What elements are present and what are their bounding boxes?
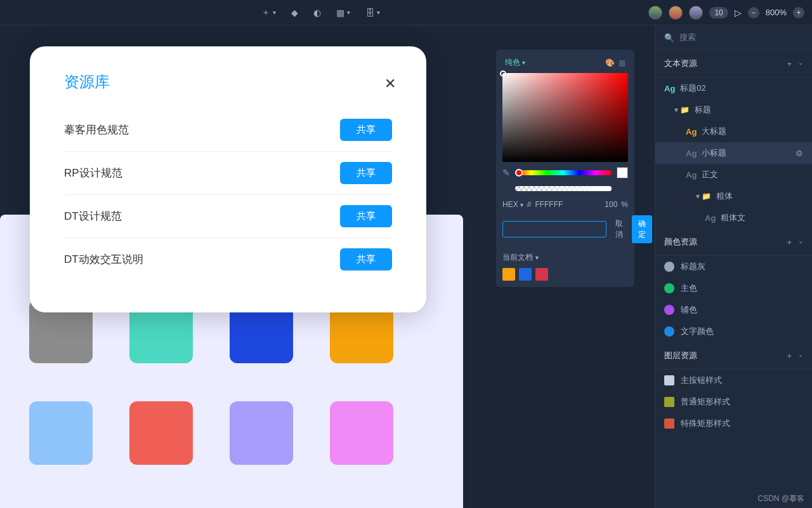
color-mode-select[interactable]: 纯色 ▾ <box>505 57 525 68</box>
main: 资源库 ✕ 摹客用色规范 共享 RP设计规范 共享 DT设计规范 共享 DT动效… <box>0 25 812 508</box>
hex-row: HEX ▾ # FFFFFF 100 % <box>502 200 628 209</box>
search-placeholder: 搜索 <box>679 32 696 43</box>
play-icon[interactable]: ▷ <box>735 8 742 18</box>
chevron-down-icon[interactable]: ⌄ <box>798 59 803 69</box>
alpha-slider[interactable] <box>515 186 612 191</box>
contrast-tool[interactable]: ◐ <box>313 8 321 18</box>
percent-label: % <box>621 200 628 209</box>
share-button[interactable]: 共享 <box>340 162 392 184</box>
add-tool[interactable]: ＋ ▾ <box>261 7 276 18</box>
color-field[interactable] <box>502 73 628 162</box>
color-picker-handle[interactable] <box>500 70 506 77</box>
chevron-down-icon[interactable]: ⌄ <box>798 237 803 247</box>
color-section-head[interactable]: 颜色资源 +⌄ <box>655 229 812 256</box>
layer-resource-item[interactable]: 普通矩形样式 <box>655 391 812 413</box>
library-item: 摹客用色规范 共享 <box>64 109 392 152</box>
doc-swatches <box>502 268 628 281</box>
swatch[interactable] <box>29 401 93 465</box>
diamond-tool[interactable]: ◆ <box>291 8 298 18</box>
layer-resource-item[interactable]: 主按钮样式 <box>655 370 812 391</box>
search-row[interactable]: 🔍 搜索 <box>655 25 812 50</box>
topbar-tools: ＋ ▾ ◆ ◐ ▦ ▾ 🗄 ▾ <box>261 7 380 18</box>
color-resource-item[interactable]: 主色 <box>655 277 812 299</box>
layer-section-head[interactable]: 图层资源 +⌄ <box>655 342 812 370</box>
library-item-name: DT设计规范 <box>64 209 122 224</box>
library-item-name: RP设计规范 <box>64 166 122 180</box>
text-style-item[interactable]: Ag大标题 <box>655 121 812 142</box>
hue-handle[interactable] <box>515 169 523 177</box>
share-button[interactable]: 共享 <box>340 119 392 141</box>
topbar-right: 10 ▷ − 800% + <box>648 6 804 20</box>
text-style-item-selected[interactable]: Ag小标题⚙ <box>655 142 812 164</box>
add-icon[interactable]: + <box>787 351 792 361</box>
text-section-head[interactable]: 文本资源 +⌄ <box>655 50 812 77</box>
text-style-item[interactable]: Ag标题02 <box>655 77 812 99</box>
library-item: DT设计规范 共享 <box>64 195 392 238</box>
color-resource-item[interactable]: 标题灰 <box>655 256 812 277</box>
search-icon: 🔍 <box>664 33 674 43</box>
doc-swatch[interactable] <box>519 268 532 281</box>
color-picker-panel: 纯色 ▾ 🎨 ▦ ✎ ✎ HEX ▾ # <box>496 50 634 287</box>
library-modal: 资源库 ✕ 摹客用色规范 共享 RP设计规范 共享 DT设计规范 共享 DT动效… <box>30 46 426 312</box>
library-item: RP设计规范 共享 <box>64 152 392 195</box>
zoom-in-button[interactable]: + <box>793 7 804 18</box>
swatch[interactable] <box>129 401 193 465</box>
text-folder[interactable]: ▾ 📁标题 <box>655 99 812 121</box>
library-item: DT动效交互说明 共享 <box>64 238 392 281</box>
chevron-down-icon[interactable]: ⌄ <box>798 351 803 361</box>
doc-swatch[interactable] <box>535 268 548 281</box>
text-folder[interactable]: ▾ 📁粗体 <box>655 185 812 207</box>
text-section-label: 文本资源 <box>664 58 697 69</box>
settings-icon[interactable]: ⚙ <box>796 149 803 158</box>
add-icon[interactable]: + <box>787 237 792 247</box>
layer-resource-item[interactable]: 特殊矩形样式 <box>655 413 812 434</box>
avatar-1[interactable] <box>648 6 662 20</box>
modal-list: 摹客用色规范 共享 RP设计规范 共享 DT设计规范 共享 DT动效交互说明 共… <box>64 109 392 281</box>
avatar-3[interactable] <box>689 6 703 20</box>
text-style-item[interactable]: Ag正文 <box>655 164 812 185</box>
layer-tool[interactable]: ▦ ▾ <box>336 8 350 18</box>
color-preview <box>617 167 628 178</box>
color-section-label: 颜色资源 <box>664 236 697 248</box>
swatch[interactable] <box>230 401 293 465</box>
text-style-item[interactable]: Ag粗体文 <box>655 207 812 229</box>
ok-button[interactable]: 确定 <box>632 215 652 243</box>
color-name-row: 取消 确定 <box>502 215 628 243</box>
hue-slider[interactable] <box>515 170 612 175</box>
zoom-level[interactable]: 800% <box>766 8 787 17</box>
alpha-value[interactable]: 100 <box>605 200 617 209</box>
close-icon[interactable]: ✕ <box>384 76 396 92</box>
color-resource-item[interactable]: 文字颜色 <box>655 321 812 342</box>
swatch-row-2 <box>29 401 393 465</box>
library-item-name: DT动效交互说明 <box>64 252 143 267</box>
add-icon[interactable]: + <box>787 59 792 69</box>
toolbox-tool[interactable]: 🗄 ▾ <box>365 8 380 18</box>
color-mode-row: 纯色 ▾ 🎨 ▦ <box>502 56 628 73</box>
swatch[interactable] <box>330 401 393 465</box>
avatar-2[interactable] <box>669 6 683 20</box>
zoom-out-button[interactable]: − <box>748 7 759 18</box>
color-name-input[interactable] <box>502 221 606 237</box>
eyedropper-icon[interactable]: ✎ <box>502 168 510 178</box>
hex-value[interactable]: FFFFFF <box>535 200 601 209</box>
topbar: ＋ ▾ ◆ ◐ ▦ ▾ 🗄 ▾ 10 ▷ − 800% + <box>0 0 812 25</box>
grid-icon[interactable]: ▦ <box>619 58 625 67</box>
library-item-name: 摹客用色规范 <box>64 123 129 137</box>
hash-label: # <box>527 200 532 209</box>
canvas[interactable]: 资源库 ✕ 摹客用色规范 共享 RP设计规范 共享 DT设计规范 共享 DT动效… <box>0 25 655 508</box>
current-doc-label[interactable]: 当前文档 ▾ <box>502 252 628 263</box>
hex-format-select[interactable]: HEX ▾ <box>502 200 523 209</box>
color-resource-item[interactable]: 辅色 <box>655 299 812 321</box>
share-button[interactable]: 共享 <box>340 205 392 227</box>
cancel-button[interactable]: 取消 <box>610 216 628 243</box>
palette-icon[interactable]: 🎨 <box>605 58 615 67</box>
user-count-badge: 10 <box>709 7 728 18</box>
doc-swatch[interactable] <box>502 268 515 281</box>
watermark: CSDN @摹客 <box>757 493 804 504</box>
share-button[interactable]: 共享 <box>340 248 392 271</box>
modal-title: 资源库 <box>64 72 392 92</box>
layer-section-label: 图层资源 <box>664 350 697 361</box>
right-sidebar: 🔍 搜索 文本资源 +⌄ Ag标题02 ▾ 📁标题 Ag大标题 Ag小标题⚙ A… <box>655 25 812 508</box>
